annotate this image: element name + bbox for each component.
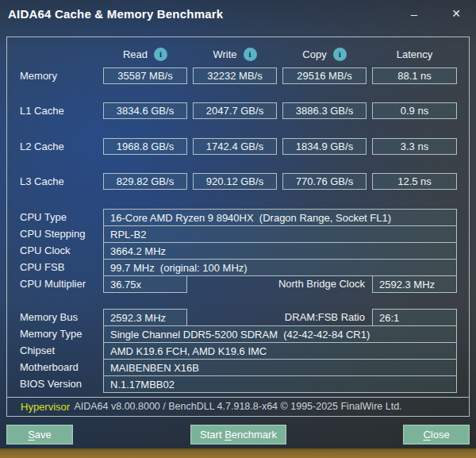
l1-latency-value: 0.9 ns bbox=[372, 102, 457, 119]
copyright-text: AIDA64 v8.00.8000 / BenchDLL 4.7.918.8-x… bbox=[7, 398, 469, 416]
row-label-cpu-stepping: CPU Stepping bbox=[20, 225, 85, 243]
row-label-chipset: Chipset bbox=[20, 342, 55, 360]
l3-latency-value: 12.5 ns bbox=[372, 173, 457, 190]
north-bridge-clock-value: 2592.3 MHz bbox=[372, 275, 457, 293]
save-button-label: Save bbox=[28, 429, 52, 441]
row-label-memory: Memory bbox=[20, 67, 57, 84]
aida64-benchmark-window: AIDA64 Cache & Memory Benchmark – ✕ Read… bbox=[0, 0, 476, 458]
save-button[interactable]: Save bbox=[6, 425, 73, 445]
dram-fsb-ratio-value: 26:1 bbox=[372, 309, 457, 326]
info-icon[interactable]: i bbox=[333, 48, 347, 61]
north-bridge-clock-label: North Bridge Clock bbox=[238, 275, 365, 293]
memory-latency-value: 88.1 ns bbox=[372, 67, 457, 84]
column-header-read: Read i bbox=[103, 46, 187, 62]
l1-write-value: 2047.7 GB/s bbox=[193, 102, 277, 119]
cpu-stepping-value: RPL-B2 bbox=[103, 225, 457, 243]
info-icon[interactable]: i bbox=[244, 48, 257, 61]
column-header-write: Write i bbox=[193, 46, 277, 62]
row-label-memory-bus: Memory Bus bbox=[20, 309, 78, 326]
window-title: AIDA64 Cache & Memory Benchmark bbox=[8, 7, 223, 21]
memory-type-value: Single Channel DDR5-5200 SDRAM (42-42-42… bbox=[103, 325, 457, 343]
column-header-latency: Latency bbox=[372, 46, 457, 62]
l3-read-value: 829.82 GB/s bbox=[103, 173, 187, 190]
row-label-l3-cache: L3 Cache bbox=[20, 173, 64, 190]
memory-bus-value: 2592.3 MHz bbox=[103, 309, 187, 326]
l1-read-value: 3834.6 GB/s bbox=[103, 102, 187, 119]
chipset-value: AMD K19.6 FCH, AMD K19.6 IMC bbox=[103, 342, 457, 360]
l3-write-value: 920.12 GB/s bbox=[193, 173, 277, 190]
row-label-l1-cache: L1 Cache bbox=[20, 102, 64, 119]
memory-write-value: 32232 MB/s bbox=[193, 67, 277, 84]
l2-write-value: 1742.4 GB/s bbox=[193, 138, 277, 155]
row-label-cpu-multiplier: CPU Multiplier bbox=[20, 275, 86, 293]
column-header-copy: Copy i bbox=[282, 46, 367, 62]
l2-latency-value: 3.3 ns bbox=[372, 138, 457, 155]
cpu-multiplier-value: 36.75x bbox=[103, 275, 187, 293]
info-icon[interactable]: i bbox=[154, 48, 167, 61]
l3-copy-value: 770.76 GB/s bbox=[282, 173, 367, 190]
motherboard-value: MAIBENBEN X16B bbox=[103, 359, 457, 376]
start-benchmark-button[interactable]: Start Benchmark bbox=[190, 425, 286, 445]
cpu-fsb-value: 99.7 MHz (original: 100 MHz) bbox=[103, 259, 457, 276]
row-label-cpu-type: CPU Type bbox=[20, 209, 67, 226]
copy-column-label: Copy bbox=[302, 48, 326, 60]
close-dialog-button[interactable]: Close bbox=[403, 425, 470, 445]
dram-fsb-ratio-label: DRAM:FSB Ratio bbox=[238, 309, 365, 326]
memory-read-value: 35587 MB/s bbox=[103, 67, 187, 84]
bottom-gold-strip bbox=[0, 448, 476, 458]
row-label-cpu-fsb: CPU FSB bbox=[20, 259, 64, 276]
close-icon: ✕ bbox=[451, 7, 461, 20]
read-column-label: Read bbox=[123, 48, 148, 60]
close-button[interactable]: ✕ bbox=[443, 3, 470, 24]
row-label-l2-cache: L2 Cache bbox=[20, 138, 64, 155]
latency-column-label: Latency bbox=[397, 48, 433, 60]
cpu-clock-value: 3664.2 MHz bbox=[103, 242, 457, 260]
l2-read-value: 1968.8 GB/s bbox=[103, 138, 187, 155]
row-label-memory-type: Memory Type bbox=[20, 325, 83, 343]
l2-copy-value: 1834.9 GB/s bbox=[282, 138, 367, 155]
row-label-cpu-clock: CPU Clock bbox=[20, 242, 71, 260]
write-column-label: Write bbox=[213, 48, 236, 60]
l1-copy-value: 3886.3 GB/s bbox=[282, 102, 367, 119]
footer-bar: Hypervisor AIDA64 v8.00.8000 / BenchDLL … bbox=[6, 397, 470, 417]
memory-copy-value: 29516 MB/s bbox=[282, 67, 367, 84]
minimize-icon: – bbox=[411, 7, 417, 21]
cpu-type-value: 16-Core AMD Ryzen 9 8940HX (Dragon Range… bbox=[103, 209, 457, 226]
minimize-button[interactable]: – bbox=[401, 3, 428, 24]
row-label-motherboard: Motherboard bbox=[20, 359, 79, 376]
start-benchmark-button-label: Start Benchmark bbox=[200, 429, 277, 441]
row-label-bios-version: BIOS Version bbox=[20, 375, 82, 393]
bios-version-value: N.1.17MBB02 bbox=[103, 375, 457, 393]
close-button-label: Close bbox=[423, 429, 449, 441]
